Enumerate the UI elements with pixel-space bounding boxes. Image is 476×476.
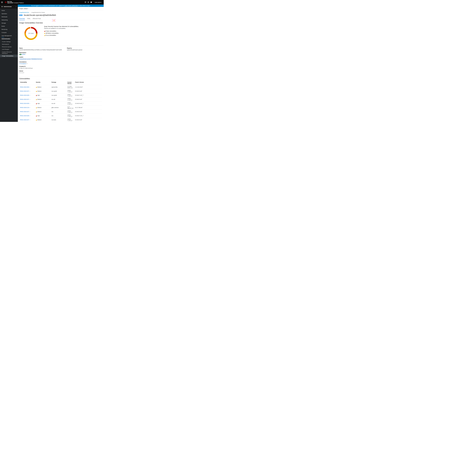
project-selector[interactable]: Project: default ▾ bbox=[18, 7, 104, 11]
nav-item-monitoring[interactable]: Monitoring› bbox=[0, 28, 18, 31]
col-fixed-in-version[interactable]: Fixed in Version bbox=[74, 81, 102, 85]
detail-ns-label: Namespace bbox=[19, 52, 62, 53]
chevron-right-icon: › bbox=[16, 10, 16, 11]
tab-affected-pods[interactable]: Affected Pods bbox=[33, 18, 41, 20]
chevron-right-icon: › bbox=[16, 13, 16, 14]
banner-link[interactable]: cluster OAuth configuration bbox=[64, 5, 78, 6]
svg-rect-3 bbox=[86, 1, 86, 2]
pkg-cell: nss-util bbox=[51, 97, 67, 102]
main-content: You are logged in as a temporary adminis… bbox=[18, 5, 104, 122]
nav-item-compute[interactable]: Compute› bbox=[0, 31, 18, 34]
external-link-icon: ↗ bbox=[29, 119, 30, 120]
hamburger-menu[interactable] bbox=[1, 1, 3, 3]
nav-sub-custom-resource-definitions[interactable]: Custom Resource Definitions bbox=[0, 51, 18, 55]
detail-created: Dec 23, 2019 10:30 am bbox=[19, 68, 62, 69]
chevron-down-icon: ▾ bbox=[16, 6, 16, 7]
nav-sub-cluster-settings[interactable]: Cluster Settings bbox=[0, 40, 18, 43]
external-link-icon: ↗ bbox=[29, 111, 30, 112]
ns-badge: NS bbox=[19, 54, 21, 55]
detail-owner-label: Owner bbox=[19, 70, 62, 72]
svg-rect-5 bbox=[85, 2, 85, 2]
label-chip[interactable]: default/3scale-operator-7864b9bb5d-frhnt… bbox=[19, 58, 43, 60]
nav-item-operators[interactable]: Operators› bbox=[0, 12, 18, 15]
external-link-icon: ↗ bbox=[29, 87, 30, 88]
fix-ver-cell: 0:3.44.0-7.el7_7 bbox=[74, 114, 102, 118]
breadcrumb-root[interactable]: ImageManifestVuln bbox=[19, 12, 29, 13]
table-row: RHSA-2019:2304↗Mediumopenssl-libs1:1.0.2… bbox=[19, 85, 102, 89]
nav-item-networking[interactable]: Networking› bbox=[0, 18, 18, 21]
page-title: 3scale/3scale-operator@9a6536efbb5 bbox=[24, 14, 56, 16]
scan-summary: Quay Security Scanner has detected 24 vu… bbox=[44, 26, 102, 27]
sev-row-high: 6 High vulnerabilities. bbox=[44, 30, 102, 32]
col-package[interactable]: Package bbox=[51, 81, 67, 85]
pkg-cell: nss-tools bbox=[51, 118, 67, 122]
nav-sub-limit-ranges[interactable]: Limit Ranges bbox=[0, 48, 18, 51]
pkg-cell: nss-sysinit bbox=[51, 89, 67, 93]
nav-sub-namespaces[interactable]: Namespaces bbox=[0, 43, 18, 46]
vuln-link[interactable]: RHSA-2019:2237 bbox=[20, 99, 29, 100]
nav-item-user-management[interactable]: User Management› bbox=[0, 34, 18, 37]
svg-rect-7 bbox=[85, 2, 85, 3]
globe-icon bbox=[19, 68, 20, 69]
external-link-icon: ↗ bbox=[29, 103, 30, 104]
pkg-cell: openssl-libs bbox=[51, 85, 67, 89]
cur-ver-cell: 3.36.0-7.1.el7_6 bbox=[67, 93, 74, 97]
nav-item-builds[interactable]: Builds› bbox=[0, 25, 18, 28]
table-row: RHSA-2019:2237↗Mediumnss-util3.36.0-1.1.… bbox=[19, 97, 102, 102]
detail-name: sha256.9a6536efbb5f23ff4a2c2d76065c11c37… bbox=[19, 49, 62, 51]
cur-ver-cell: 3.36.0-7.1.el7_6 bbox=[67, 118, 74, 122]
nav-item-workloads[interactable]: Workloads› bbox=[0, 15, 18, 18]
external-link-icon: ↗ bbox=[29, 107, 30, 108]
tab-overview[interactable]: Overview bbox=[19, 18, 25, 20]
nav-item-home[interactable]: Home› bbox=[0, 9, 18, 12]
external-link-icon: ↗ bbox=[29, 99, 30, 100]
detail-ns: NSdefault bbox=[19, 54, 62, 55]
col-severity[interactable]: Severity bbox=[35, 81, 51, 85]
warning-icon bbox=[36, 111, 37, 112]
chevron-right-icon: › bbox=[16, 26, 16, 27]
app-launcher-icon[interactable] bbox=[84, 1, 87, 3]
user-menu[interactable]: kube:admin ▾ bbox=[95, 2, 102, 3]
vuln-link[interactable]: RHSA-2019:2237 bbox=[20, 90, 29, 92]
table-row: RHSA-2019:4190↗Highnss-util3.36.0-1.1.el… bbox=[19, 102, 102, 106]
pencil-icon[interactable]: ✎ bbox=[27, 63, 28, 64]
cur-ver-cell: 3.36.0-7.1.el7_6 bbox=[67, 110, 74, 114]
table-row: RHSA-2019:2237↗Mediumnss-tools3.36.0-7.1… bbox=[19, 118, 102, 122]
table-row: RHSA-2019:4190↗Highnss3.36.0-7.1.el7_60:… bbox=[19, 114, 102, 118]
nav-sub-resource-quotas[interactable]: Resource Quotas bbox=[0, 46, 18, 48]
detail-labels-label: Labels bbox=[19, 56, 62, 58]
vuln-link[interactable]: RHSA-2019:4190 bbox=[20, 115, 29, 117]
col-current-version[interactable]: Current Version bbox=[67, 81, 74, 85]
warning-icon bbox=[36, 119, 37, 120]
cur-ver-cell: 3.36.0-1.1.el7_6 bbox=[67, 97, 74, 102]
cur-ver-cell: 1:1.0.2k-16.el7_6.1 bbox=[67, 85, 74, 89]
nav-item-storage[interactable]: Storage› bbox=[0, 21, 18, 25]
svg-rect-9 bbox=[86, 2, 86, 3]
svg-rect-4 bbox=[85, 2, 85, 2]
detail-owner: No owner bbox=[19, 72, 62, 73]
help-icon[interactable]: ? bbox=[90, 1, 93, 3]
vuln-link[interactable]: RHSA-2019:4190 bbox=[20, 95, 29, 96]
external-link-icon: ↗ bbox=[29, 115, 30, 116]
add-icon[interactable] bbox=[87, 1, 90, 3]
masthead: Red Hat OpenShift Container Platform ? k… bbox=[0, 0, 104, 5]
fix-ver-cell: 0:3.44.0-4.el7 bbox=[74, 89, 102, 93]
sev-row-low: 6 Low vulnerabilities. bbox=[44, 34, 102, 36]
warning-icon bbox=[44, 35, 45, 36]
annotations-link[interactable]: 0 Annotations bbox=[19, 63, 26, 64]
ns-link[interactable]: default bbox=[22, 54, 25, 55]
vuln-link[interactable]: RHSA-2019:2118 bbox=[20, 107, 29, 108]
breadcrumb-current: ImageManifestVuln Details bbox=[31, 12, 45, 13]
vuln-link[interactable]: RHSA-2019:4190 bbox=[20, 103, 29, 104]
table-row: RHSA-2019:2237↗Mediumnss3.36.0-7.1.el7_6… bbox=[19, 110, 102, 114]
perspective-switcher[interactable]: ⚙ Administrator ▾ bbox=[0, 5, 18, 9]
scan-patches: Patches are available for 24 vulnerabili… bbox=[44, 28, 102, 29]
vuln-link[interactable]: RHSA-2019:2237 bbox=[20, 119, 29, 120]
vuln-link[interactable]: RHSA-2019:2304 bbox=[20, 86, 29, 88]
tab-yaml[interactable]: YAML bbox=[27, 18, 31, 20]
col-vulnerability[interactable]: Vulnerability bbox=[19, 81, 35, 85]
vuln-link[interactable]: RHSA-2019:2237 bbox=[20, 111, 29, 112]
nav-item-administration[interactable]: Administration⌄ bbox=[0, 37, 18, 40]
sev-cell: Medium bbox=[36, 90, 50, 92]
nav-sub-image-vulnerabilities[interactable]: Image Vulnerabilities bbox=[0, 55, 18, 57]
